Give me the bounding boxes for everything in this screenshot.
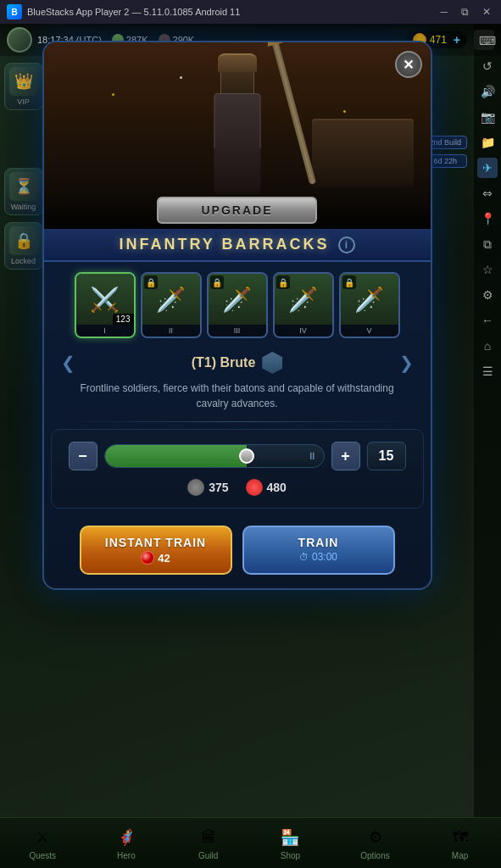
instant-train-cost: 42 bbox=[81, 551, 231, 565]
unit-selector: ⚔️ 123 I 🗡️ 🔒 II 🗡️ 🔒 III bbox=[44, 262, 431, 345]
restore-button[interactable]: ⧉ bbox=[458, 6, 472, 18]
quantity-decrease-button[interactable]: − bbox=[69, 442, 97, 470]
quests-label: Quests bbox=[29, 851, 56, 860]
unit-card-t2[interactable]: 🗡️ 🔒 II bbox=[141, 272, 202, 338]
quantity-increase-button[interactable]: + bbox=[331, 442, 360, 470]
tab-quests[interactable]: ⚔ Quests bbox=[29, 826, 56, 860]
sidebar-settings-icon[interactable]: ⚙ bbox=[477, 285, 498, 305]
unit-t2-lock: 🔒 bbox=[144, 275, 158, 289]
unit-detail: ❮ (T1) Brute ❯ bbox=[44, 345, 431, 377]
tab-map[interactable]: 🗺 Map bbox=[448, 826, 472, 860]
titlebar-title: BlueStacks App Player 2 — 5.11.0.1085 An… bbox=[27, 7, 437, 17]
food-cost: 375 bbox=[187, 479, 228, 496]
shop-label: Shop bbox=[281, 851, 300, 860]
tab-guild[interactable]: 🏛 Guild bbox=[197, 826, 220, 860]
tab-hero[interactable]: 🦸 Hero bbox=[114, 826, 138, 860]
training-controls: − ⏸ + 15 375 480 bbox=[51, 429, 424, 509]
sidebar-star-icon[interactable]: ☆ bbox=[477, 259, 498, 280]
sidebar-plane-icon[interactable]: ✈ bbox=[477, 158, 498, 178]
tab-options[interactable]: ⚙ Options bbox=[360, 826, 389, 860]
info-icon[interactable]: i bbox=[338, 236, 355, 253]
heart-cost: 480 bbox=[246, 479, 287, 496]
sidebar-folder-icon[interactable]: 📁 bbox=[477, 132, 498, 153]
slider-fill bbox=[105, 445, 248, 467]
unit-card-t1[interactable]: ⚔️ 123 I bbox=[75, 272, 136, 338]
titlebar-controls[interactable]: ─ ⧉ ✕ bbox=[437, 6, 494, 18]
quantity-row: − ⏸ + 15 bbox=[69, 442, 406, 470]
unit-t4-image: 🗡️ 🔒 bbox=[275, 274, 332, 325]
hero-icon: 🦸 bbox=[114, 826, 138, 849]
quantity-display[interactable]: 15 bbox=[367, 442, 406, 470]
slider-handle[interactable] bbox=[239, 448, 254, 464]
infantry-barracks-dialog: UPGRADE ✕ INFANTRY BARRACKS i ⚔️ 123 I bbox=[42, 41, 432, 590]
food-cost-icon bbox=[187, 479, 204, 496]
clock-icon: ⏱ bbox=[299, 552, 309, 562]
quantity-slider[interactable]: ⏸ bbox=[104, 444, 325, 468]
gem-icon bbox=[141, 551, 154, 565]
train-label: TRAIN bbox=[244, 536, 393, 549]
options-label: Options bbox=[360, 851, 389, 860]
unit-t5-figure: 🗡️ bbox=[354, 286, 384, 314]
options-icon: ⚙ bbox=[364, 826, 387, 849]
guild-icon: 🏛 bbox=[197, 826, 220, 849]
tab-shop[interactable]: 🏪 Shop bbox=[278, 826, 302, 860]
upgrade-button[interactable]: UPGRADE bbox=[157, 197, 316, 224]
sidebar-pin-icon[interactable]: 📍 bbox=[477, 209, 498, 229]
sidebar-menu-icon[interactable]: ☰ bbox=[477, 361, 498, 381]
instant-train-button[interactable]: INSTANT TRAIN 42 bbox=[80, 526, 232, 575]
close-button[interactable]: ✕ bbox=[479, 6, 494, 18]
guild-label: Guild bbox=[198, 851, 218, 860]
next-unit-button[interactable]: ❯ bbox=[399, 353, 414, 373]
unit-t3-image: 🗡️ 🔒 bbox=[209, 274, 266, 325]
unit-t5-image: 🗡️ 🔒 bbox=[341, 274, 398, 325]
map-icon: 🗺 bbox=[448, 826, 472, 849]
unit-t1-figure: ⚔️ bbox=[90, 286, 120, 314]
spark-1 bbox=[112, 93, 114, 96]
unit-t3-figure: 🗡️ bbox=[222, 286, 252, 314]
unit-t3-tier: III bbox=[209, 325, 266, 337]
unit-t3-lock: 🔒 bbox=[210, 275, 224, 289]
unit-t4-figure: 🗡️ bbox=[288, 286, 318, 314]
cost-row: 375 480 bbox=[69, 479, 406, 496]
instant-train-label: INSTANT TRAIN bbox=[81, 536, 231, 549]
unit-t5-lock: 🔒 bbox=[342, 275, 356, 289]
sidebar-back-icon[interactable]: ← bbox=[477, 310, 498, 331]
sidebar-scale-icon[interactable]: ⇔ bbox=[477, 183, 498, 203]
sidebar-volume-icon[interactable]: 🔊 bbox=[477, 81, 498, 102]
action-buttons: INSTANT TRAIN 42 TRAIN ⏱ 03:00 bbox=[44, 515, 431, 588]
food-cost-value: 375 bbox=[209, 481, 228, 494]
train-time-value: 03:00 bbox=[312, 551, 337, 563]
city-background bbox=[312, 119, 414, 186]
quests-icon: ⚔ bbox=[31, 826, 54, 849]
prev-unit-button[interactable]: ❮ bbox=[61, 353, 75, 373]
right-sidebar: ⌨ ↺ 🔊 📷 📁 ✈ ⇔ 📍 ⧉ ☆ ⚙ ← ⌂ ☰ bbox=[474, 24, 501, 868]
dialog-title: INFANTRY BARRACKS bbox=[119, 236, 329, 253]
sidebar-camera-icon[interactable]: 📷 bbox=[477, 107, 498, 127]
sidebar-layers-icon[interactable]: ⧉ bbox=[477, 234, 498, 254]
unit-card-t3[interactable]: 🗡️ 🔒 III bbox=[207, 272, 268, 338]
unit-card-t4[interactable]: 🗡️ 🔒 IV bbox=[273, 272, 334, 338]
unit-t4-lock: 🔒 bbox=[276, 275, 290, 289]
map-label: Map bbox=[452, 851, 468, 860]
unit-t1-image: ⚔️ 123 bbox=[76, 274, 134, 325]
warrior-body bbox=[195, 59, 280, 195]
close-dialog-button[interactable]: ✕ bbox=[395, 51, 422, 78]
sidebar-home-icon[interactable]: ⌂ bbox=[477, 336, 498, 356]
unit-t2-tier: II bbox=[142, 325, 200, 337]
unit-name-area: (T1) Brute bbox=[84, 352, 391, 374]
minimize-button[interactable]: ─ bbox=[437, 6, 451, 18]
heart-cost-icon bbox=[246, 479, 263, 496]
train-button[interactable]: TRAIN ⏱ 03:00 bbox=[242, 526, 395, 575]
sidebar-refresh-icon[interactable]: ↺ bbox=[477, 56, 498, 76]
sidebar-keyboard-icon[interactable]: ⌨ bbox=[477, 31, 498, 51]
bluestacks-logo: B bbox=[7, 4, 22, 19]
upgrade-btn-container: UPGRADE bbox=[44, 186, 431, 229]
train-time: ⏱ 03:00 bbox=[244, 551, 393, 563]
warrior-head bbox=[220, 59, 254, 97]
divider bbox=[61, 421, 414, 422]
dialog-overlay: UPGRADE ✕ INFANTRY BARRACKS i ⚔️ 123 I bbox=[0, 24, 474, 817]
unit-t2-figure: 🗡️ bbox=[156, 286, 186, 314]
warrior-torso bbox=[214, 93, 260, 153]
unit-card-t5[interactable]: 🗡️ 🔒 V bbox=[339, 272, 400, 338]
dialog-header: INFANTRY BARRACKS i bbox=[44, 229, 431, 262]
